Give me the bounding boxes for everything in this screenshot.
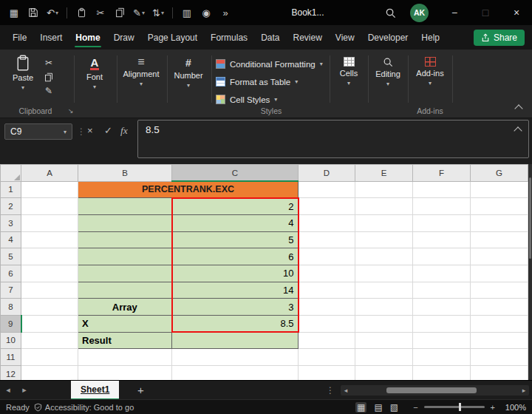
- cancel-icon[interactable]: ×: [87, 125, 93, 136]
- window-icon[interactable]: ▦: [6, 4, 22, 21]
- cell-B12[interactable]: [78, 365, 172, 380]
- format-painter-button[interactable]: ✎: [45, 86, 52, 96]
- number-group-button[interactable]: # Number ▾: [168, 57, 208, 89]
- cell-A5[interactable]: [21, 248, 78, 265]
- zoom-slider[interactable]: [424, 406, 485, 408]
- cell-A8[interactable]: [21, 299, 78, 316]
- cell-F8[interactable]: [413, 299, 471, 316]
- clipboard-dialog-launcher-icon[interactable]: ↘: [68, 107, 74, 115]
- cells-group-button[interactable]: Cells ▾: [332, 57, 365, 86]
- camera-icon[interactable]: ◉: [198, 4, 214, 21]
- cell-G10[interactable]: [471, 332, 528, 349]
- cell-D6[interactable]: [299, 265, 355, 282]
- accessibility-status[interactable]: Accessibility: Good to go: [34, 403, 134, 412]
- cell-E2[interactable]: [355, 198, 413, 215]
- previous-sheet-icon[interactable]: ◂: [0, 385, 16, 395]
- cell-D2[interactable]: [299, 198, 355, 215]
- cell-A11[interactable]: [21, 349, 78, 366]
- tab-file[interactable]: File: [6, 25, 33, 50]
- cell-E4[interactable]: [355, 231, 413, 248]
- copy-button[interactable]: [44, 72, 53, 82]
- cell-G11[interactable]: [471, 349, 528, 366]
- cell-E10[interactable]: [355, 332, 413, 349]
- cell-styles-button[interactable]: Cell Styles ▾: [216, 92, 323, 107]
- format-as-table-button[interactable]: Format as Table ▾: [216, 74, 323, 89]
- row-header-11[interactable]: 11: [1, 349, 21, 366]
- cell-A12[interactable]: [21, 365, 78, 380]
- cell-B2[interactable]: [78, 198, 172, 215]
- horizontal-scrollbar[interactable]: ◂ ▸: [341, 385, 529, 396]
- row-header-1[interactable]: 1: [1, 181, 21, 198]
- cell-A10[interactable]: [21, 332, 78, 349]
- cell-D10[interactable]: [299, 332, 355, 349]
- row-header-4[interactable]: 4: [1, 231, 21, 248]
- alignment-group-button[interactable]: ≡ Alignment ▾: [118, 57, 164, 87]
- account-avatar[interactable]: AK: [410, 4, 429, 22]
- search-icon[interactable]: [382, 4, 398, 21]
- cell-G12[interactable]: [471, 365, 528, 380]
- cell-B3[interactable]: [78, 214, 172, 231]
- cell-E3[interactable]: [355, 214, 413, 231]
- save-icon[interactable]: [25, 4, 41, 21]
- cell-F6[interactable]: [413, 265, 471, 282]
- cell-E12[interactable]: [355, 365, 413, 380]
- cell-F7[interactable]: [413, 282, 471, 299]
- maximize-button[interactable]: □: [470, 0, 501, 25]
- cell-A6[interactable]: [21, 265, 78, 282]
- cell-C4[interactable]: 5: [172, 231, 299, 248]
- undo-button[interactable]: ↶▾: [44, 4, 61, 21]
- cell-G3[interactable]: [471, 214, 528, 231]
- cell-E7[interactable]: [355, 282, 413, 299]
- paste-button[interactable]: Paste ▾: [6, 55, 40, 91]
- vertical-scrollbar-thumb[interactable]: [529, 177, 531, 259]
- cell-B1-title[interactable]: PERCENTRANK.EXC: [78, 181, 299, 198]
- cell-D11[interactable]: [299, 349, 355, 366]
- row-header-12[interactable]: 12: [1, 365, 21, 380]
- cell-G7[interactable]: [471, 282, 528, 299]
- cut-button[interactable]: ✂: [45, 58, 52, 68]
- cell-G4[interactable]: [471, 231, 528, 248]
- cell-A3[interactable]: [21, 214, 78, 231]
- select-all-corner[interactable]: [1, 165, 21, 182]
- sort-icon[interactable]: ⇅▾: [150, 4, 166, 21]
- cell-C10[interactable]: [172, 332, 299, 349]
- cell-F1[interactable]: [413, 181, 471, 198]
- cell-G1[interactable]: [471, 181, 528, 198]
- enter-icon[interactable]: ✓: [104, 125, 112, 136]
- name-box-resize-handle[interactable]: ⋮: [77, 126, 86, 137]
- cell-E9[interactable]: [355, 315, 413, 332]
- font-group-button[interactable]: A Font ▾: [75, 57, 114, 90]
- cell-A2[interactable]: [21, 198, 78, 215]
- page-layout-view-icon[interactable]: ▤: [374, 402, 382, 413]
- cell-C2[interactable]: 2: [172, 198, 299, 215]
- editing-group-button[interactable]: Editing ▾: [370, 57, 406, 87]
- cell-B10-result-label[interactable]: Result: [78, 332, 172, 349]
- paste-icon[interactable]: [73, 4, 89, 21]
- cell-C5[interactable]: 6: [172, 248, 299, 265]
- insert-function-icon[interactable]: fx: [120, 125, 128, 137]
- toolbar-overflow-icon[interactable]: »: [217, 4, 233, 21]
- tab-view[interactable]: View: [329, 25, 361, 50]
- zoom-slider-thumb[interactable]: [459, 403, 461, 411]
- cell-F11[interactable]: [413, 349, 471, 366]
- minimize-button[interactable]: −: [439, 0, 470, 25]
- cell-F10[interactable]: [413, 332, 471, 349]
- row-header-2[interactable]: 2: [1, 198, 21, 215]
- sheet-tab-sheet1[interactable]: Sheet1: [71, 381, 119, 400]
- cell-D3[interactable]: [299, 214, 355, 231]
- conditional-formatting-button[interactable]: Conditional Formatting ▾: [216, 56, 323, 72]
- row-header-6[interactable]: 6: [1, 265, 21, 282]
- tab-review[interactable]: Review: [286, 25, 328, 50]
- cell-D12[interactable]: [299, 365, 355, 380]
- row-header-10[interactable]: 10: [1, 332, 21, 349]
- row-header-8[interactable]: 8: [1, 299, 21, 316]
- cut-icon[interactable]: ✂: [92, 4, 109, 21]
- close-button[interactable]: ×: [501, 0, 532, 25]
- cell-D9[interactable]: [299, 315, 355, 332]
- next-sheet-icon[interactable]: ▸: [16, 385, 33, 395]
- cell-B6[interactable]: [78, 265, 172, 282]
- zoom-out-icon[interactable]: −: [413, 403, 417, 412]
- tab-help[interactable]: Help: [415, 25, 446, 50]
- table-icon[interactable]: ▥: [179, 4, 195, 21]
- tab-home[interactable]: Home: [69, 25, 106, 50]
